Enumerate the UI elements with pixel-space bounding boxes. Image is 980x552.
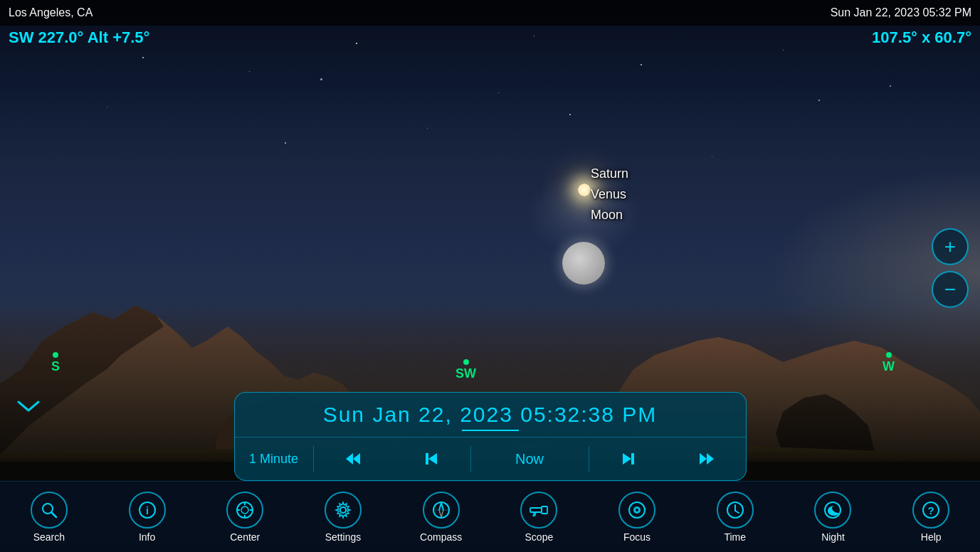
- svg-text:i: i: [146, 505, 149, 516]
- svg-line-11: [51, 512, 56, 517]
- svg-text:?: ?: [928, 504, 934, 516]
- svg-rect-7: [631, 453, 634, 465]
- compass-s: S: [51, 352, 60, 374]
- now-button[interactable]: Now: [471, 445, 589, 473]
- compass-label: Compass: [420, 531, 462, 543]
- info-label: Info: [139, 531, 155, 543]
- step-forward-button[interactable]: [589, 445, 668, 473]
- scope-label: Scope: [525, 531, 554, 543]
- svg-point-20: [340, 507, 346, 513]
- moon-label: Moon: [591, 205, 628, 225]
- top-header: Los Angeles, CA Sun Jan 22, 2023 05:32 P…: [0, 0, 980, 26]
- search-label: Search: [33, 531, 65, 543]
- nav-compass[interactable]: Compass: [392, 492, 490, 543]
- zoom-controls: + −: [932, 228, 969, 308]
- bottom-nav: Search i Info Center: [0, 481, 980, 552]
- nav-help[interactable]: ? Help: [882, 492, 980, 543]
- azimuth-altitude: SW 227.0° Alt +7.5°: [9, 28, 149, 47]
- time-display: Sun Jan 22, 2023 05:32:38 PM: [235, 393, 746, 437]
- planet-dot: [578, 184, 591, 196]
- svg-marker-3: [353, 453, 360, 465]
- collapse-button[interactable]: [14, 392, 43, 420]
- settings-icon: [325, 492, 362, 529]
- svg-marker-8: [700, 453, 707, 465]
- scope-icon: [520, 492, 557, 529]
- interval-button[interactable]: 1 Minute: [235, 446, 313, 472]
- focus-label: Focus: [623, 531, 650, 543]
- nav-time[interactable]: Time: [686, 492, 784, 543]
- help-icon: ?: [912, 492, 949, 529]
- venus-label: Venus: [591, 184, 628, 205]
- night-icon: [814, 492, 851, 529]
- settings-label: Settings: [325, 531, 362, 543]
- location-label: Los Angeles, CA: [9, 6, 93, 19]
- info-icon: i: [129, 492, 166, 529]
- time-controls: 1 Minute Now: [235, 437, 746, 480]
- svg-marker-2: [346, 453, 353, 465]
- time-label: Time: [724, 531, 746, 543]
- compass-icon: [423, 492, 460, 529]
- time-panel: Sun Jan 22, 2023 05:32:38 PM 1 Minute No…: [234, 392, 747, 481]
- zoom-out-button[interactable]: −: [932, 271, 969, 308]
- nav-night[interactable]: Night: [784, 492, 882, 543]
- svg-marker-4: [428, 453, 437, 465]
- svg-point-15: [241, 506, 248, 514]
- svg-point-33: [636, 509, 638, 511]
- compass-sw: SW: [455, 359, 476, 381]
- saturn-label: Saturn: [591, 164, 628, 184]
- field-of-view: 107.5° x 60.7°: [872, 28, 971, 47]
- time-icon: [717, 492, 754, 529]
- moon-body: [562, 242, 605, 285]
- focus-icon: [618, 492, 655, 529]
- center-icon: [226, 492, 263, 529]
- center-label: Center: [230, 531, 260, 543]
- night-label: Night: [821, 531, 845, 543]
- nav-info[interactable]: i Info: [98, 492, 196, 543]
- nav-settings[interactable]: Settings: [294, 492, 392, 543]
- coords-row: SW 227.0° Alt +7.5° 107.5° x 60.7°: [0, 26, 980, 50]
- svg-marker-9: [707, 453, 714, 465]
- zoom-in-button[interactable]: +: [932, 228, 969, 265]
- nav-scope[interactable]: Scope: [490, 492, 589, 543]
- nav-center[interactable]: Center: [196, 492, 294, 543]
- compass-w: W: [882, 352, 895, 374]
- svg-line-24: [439, 510, 441, 517]
- svg-rect-5: [426, 453, 428, 465]
- nav-search[interactable]: Search: [0, 492, 98, 543]
- nav-focus[interactable]: Focus: [588, 492, 686, 543]
- search-icon: [31, 492, 68, 529]
- svg-line-23: [441, 503, 443, 510]
- svg-line-36: [735, 511, 739, 513]
- time-underline: [462, 430, 519, 431]
- step-back-button[interactable]: [392, 445, 470, 473]
- svg-line-25: [441, 510, 443, 517]
- help-label: Help: [921, 531, 942, 543]
- current-datetime: Sun Jan 22, 2023 05:32:38 PM: [235, 403, 746, 427]
- svg-rect-28: [542, 506, 547, 514]
- svg-marker-6: [623, 453, 631, 465]
- skip-back-button[interactable]: [314, 445, 392, 473]
- header-datetime: Sun Jan 22, 2023 05:32 PM: [831, 6, 971, 19]
- svg-rect-27: [530, 508, 542, 512]
- object-labels: Saturn Venus Moon: [591, 164, 628, 225]
- skip-forward-button[interactable]: [668, 445, 746, 473]
